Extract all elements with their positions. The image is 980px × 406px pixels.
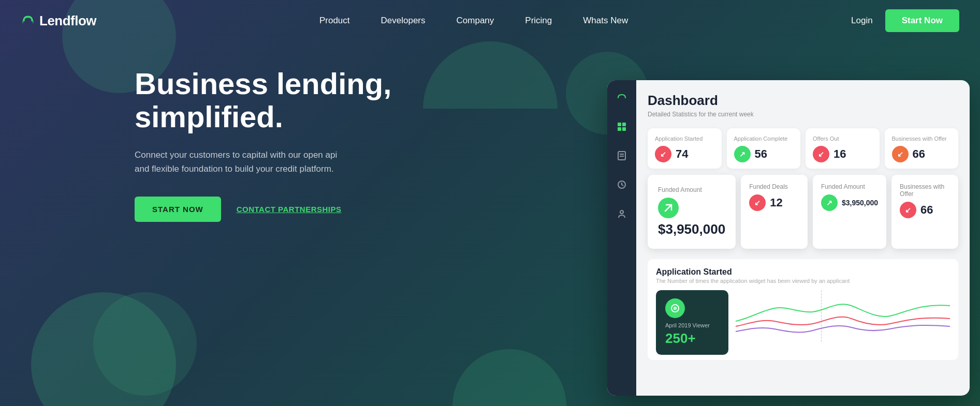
stat-value-0: 74 (676, 147, 688, 161)
stat-icon-3: ↙ (892, 146, 909, 162)
deco-circle-bottomleft2 (93, 292, 197, 396)
nav-company[interactable]: Company (457, 16, 494, 26)
app-section: Application Started The Number of times … (648, 259, 958, 360)
funded-biz-icon: ↙ (900, 202, 916, 218)
sidebar-user-icon[interactable] (612, 204, 631, 223)
funded-deals-icon: ↙ (749, 194, 766, 211)
navbar: Lendflow Product Developers Company Pric… (0, 0, 980, 41)
viewer-icon (665, 298, 685, 318)
stat-offers-out: Offers Out ↙ 16 (806, 128, 880, 169)
viewer-value: 250+ (665, 330, 719, 347)
funded-deals-card: Funded Deals ↙ 12 (741, 175, 808, 249)
svg-rect-3 (622, 127, 626, 131)
nav-links: Product Developers Company Pricing Whats… (96, 16, 851, 26)
svg-rect-1 (622, 123, 626, 126)
svg-line-9 (665, 205, 671, 211)
dashboard-subtitle: Detailed Statistics for the current week (648, 111, 958, 118)
funded-icon (658, 198, 679, 218)
hero-contact-button[interactable]: CONTACT PARTNERSHIPS (237, 205, 342, 214)
stat-label-0: Application Started (655, 136, 714, 142)
funded-value: $3,950,000 (658, 221, 725, 237)
sidebar-grid-icon[interactable] (612, 117, 631, 136)
funded-amount-small-icon: ↗ (821, 194, 838, 211)
hero-subtitle: Connect your customers to capital with o… (135, 148, 352, 176)
stats-grid: Application Started ↙ 74 Application Com… (648, 128, 958, 169)
nav-whats-new[interactable]: Whats New (583, 16, 628, 26)
stat-value-3: 66 (913, 147, 925, 161)
stat-application-started: Application Started ↙ 74 (648, 128, 722, 169)
line-chart (736, 290, 950, 342)
stat-row-1: ↗ 56 (734, 146, 794, 162)
nav-product[interactable]: Product (319, 16, 350, 26)
stat-icon-1: ↗ (734, 146, 751, 162)
login-link[interactable]: Login (851, 16, 873, 26)
stat-application-complete: Application Complete ↗ 56 (727, 128, 801, 169)
chart-area: April 2019 Viewer 250+ (656, 290, 950, 355)
nav-start-button[interactable]: Start Now (885, 9, 959, 32)
funded-icon-row (658, 198, 725, 218)
stat-row-2: ↙ 16 (813, 146, 872, 162)
stat-icon-0: ↙ (655, 146, 671, 162)
svg-point-12 (675, 308, 676, 309)
stat-row-0: ↙ 74 (655, 146, 714, 162)
stat-label-3: Businesses with Offer (892, 136, 952, 142)
deco-semicircle-bottom (452, 349, 566, 406)
logo[interactable]: Lendflow (21, 13, 96, 29)
dashboard-title: Dashboard (648, 93, 958, 109)
app-section-subtitle: The Number of times the application widg… (656, 278, 950, 284)
sidebar-doc-icon[interactable] (612, 146, 631, 165)
sidebar-logo-icon[interactable] (612, 88, 631, 107)
funded-amount-small-card: Funded Amount ↗ $3,950,000 (813, 175, 886, 249)
funded-deals-row: ↙ 12 (749, 194, 799, 211)
dashboard-sidebar (607, 80, 636, 396)
svg-rect-0 (618, 123, 621, 126)
hero-title: Business lending, simplified. (135, 67, 393, 133)
viewer-card: April 2019 Viewer 250+ (656, 290, 728, 355)
nav-actions: Login Start Now (851, 9, 959, 32)
sidebar-clock-icon[interactable] (612, 175, 631, 194)
funded-row: Funded Amount $3,950,000 Funded Deals (648, 175, 958, 249)
stat-icon-2: ↙ (813, 146, 829, 162)
funded-label: Funded Amount (658, 186, 725, 193)
stat-row-3: ↙ 66 (892, 146, 952, 162)
deco-semicircle-top (423, 41, 558, 109)
funded-amount-small-label: Funded Amount (821, 183, 878, 190)
hero-buttons: START NOW CONTACT PARTNERSHIPS (135, 197, 393, 222)
dashboard-main: Dashboard Detailed Statistics for the cu… (636, 80, 970, 396)
nav-pricing[interactable]: Pricing (525, 16, 552, 26)
funded-deals-value: 12 (770, 196, 782, 209)
brand-name: Lendflow (39, 13, 96, 29)
hero-start-button[interactable]: START NOW (135, 197, 221, 222)
svg-point-8 (620, 210, 623, 214)
funded-amount-small-value: $3,950,000 (842, 199, 878, 207)
funded-biz-row: ↙ 66 (900, 202, 950, 218)
stat-label-2: Offers Out (813, 136, 872, 142)
stat-value-1: 56 (755, 147, 767, 161)
funded-amount-small-row: ↗ $3,950,000 (821, 194, 878, 211)
funded-biz-card: Businesses with Offer ↙ 66 (891, 175, 958, 249)
dashboard-panel: Dashboard Detailed Statistics for the cu… (607, 80, 970, 396)
hero-section: Lendflow Product Developers Company Pric… (0, 0, 980, 406)
viewer-label: April 2019 Viewer (665, 322, 719, 328)
stat-value-2: 16 (833, 147, 846, 161)
hero-content: Business lending, simplified. Connect yo… (135, 67, 393, 222)
lendflow-logo-icon (21, 13, 35, 28)
funded-biz-value: 66 (920, 203, 933, 217)
app-section-title: Application Started (656, 267, 950, 277)
funded-biz-label: Businesses with Offer (900, 183, 950, 198)
stat-businesses-offer: Businesses with Offer ↙ 66 (885, 128, 959, 169)
stat-label-1: Application Complete (734, 136, 794, 142)
nav-developers[interactable]: Developers (381, 16, 426, 26)
svg-rect-2 (618, 127, 621, 131)
funded-deals-label: Funded Deals (749, 183, 799, 190)
funded-amount-card: Funded Amount $3,950,000 (648, 175, 736, 249)
